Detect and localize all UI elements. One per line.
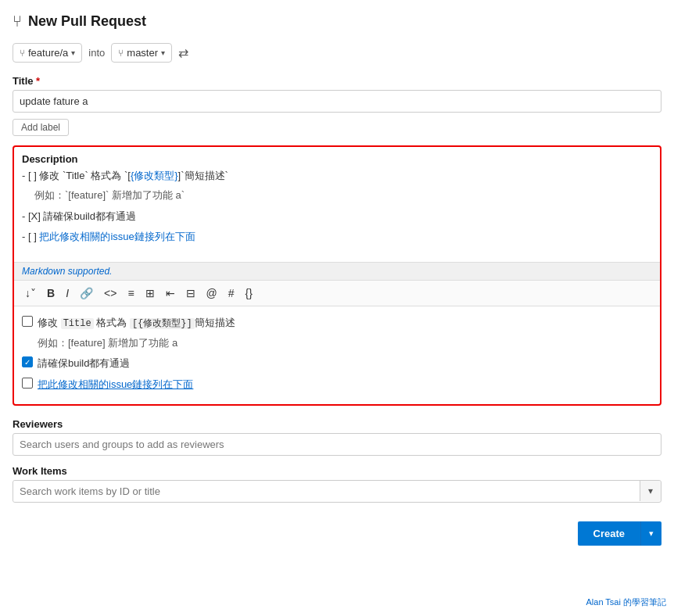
description-preview: 修改 Title 格式為 [{修改類型}]簡短描述 例如：[feature] 新… — [14, 306, 660, 404]
branch-row: ⑂ feature/a ▾ into ⑂ master ▾ ⇄ — [13, 43, 661, 63]
desc-line-1: - [ ] 修改 `Title` 格式為 `[{修改類型}]`簡短描述` — [22, 168, 652, 184]
desc-line-1-indent: 例如：`[feature]` 新增加了功能 a` — [22, 188, 652, 204]
branch-icon-source: ⑂ — [20, 48, 25, 59]
required-indicator: * — [34, 75, 41, 87]
work-items-input[interactable] — [13, 481, 640, 502]
toolbar-template-btn[interactable]: {} — [242, 285, 256, 301]
toolbar-code-btn[interactable]: <> — [101, 285, 120, 301]
desc-line-3: - [ ] 把此修改相關的issue鏈接列在下面 — [22, 229, 652, 245]
toolbar-ordered-list-btn[interactable]: ⊞ — [142, 285, 158, 301]
source-branch-label: feature/a — [28, 47, 68, 59]
add-label-button[interactable]: Add label — [13, 119, 69, 136]
toolbar-mention-btn[interactable]: @ — [203, 285, 220, 301]
swap-branches-icon[interactable]: ⇄ — [178, 45, 188, 60]
preview-checkbox-1[interactable] — [22, 316, 33, 327]
pull-request-icon: ⑂ — [13, 13, 22, 30]
target-branch-chevron: ▾ — [161, 48, 165, 57]
toolbar-table-btn[interactable]: ⊟ — [183, 285, 199, 301]
preview-checkbox-3[interactable] — [22, 378, 33, 389]
watermark: Alan Tsai 的學習筆記 — [586, 596, 667, 608]
description-section: Description - [ ] 修改 `Title` 格式為 `[{修改類型… — [13, 145, 661, 406]
page-header: ⑂ New Pull Request — [13, 13, 661, 30]
toolbar-link-btn[interactable]: 🔗 — [77, 285, 96, 301]
toolbar-bold-btn[interactable]: B — [44, 285, 58, 301]
reviewers-section: Reviewers — [13, 418, 661, 456]
target-branch-label: master — [127, 47, 158, 59]
work-items-section: Work Items ▾ — [13, 465, 661, 503]
preview-item-1: 修改 Title 格式為 [{修改類型}]簡短描述 — [22, 314, 652, 331]
markdown-note: Markdown supported. — [14, 262, 660, 280]
work-items-input-row: ▾ — [13, 480, 661, 503]
work-items-dropdown-btn[interactable]: ▾ — [640, 481, 661, 501]
toolbar-heading-btn[interactable]: ↓˅ — [22, 285, 39, 301]
create-button[interactable]: Create — [578, 521, 640, 546]
branch-icon-target: ⑂ — [118, 48, 124, 59]
desc-line-2: - [X] 請確保build都有通過 — [22, 209, 652, 225]
toolbar-indent-btn[interactable]: ⇤ — [163, 285, 178, 301]
create-btn-group: Create ▾ — [578, 521, 661, 546]
source-branch-chevron: ▾ — [71, 48, 75, 57]
description-text-area[interactable]: - [ ] 修改 `Title` 格式為 `[{修改類型}]`簡短描述` 例如：… — [14, 168, 660, 262]
preview-item-3: 把此修改相關的issue鏈接列在下面 — [22, 376, 652, 393]
toolbar-hash-btn[interactable]: # — [225, 285, 238, 301]
toolbar-italic-btn[interactable]: I — [63, 285, 72, 301]
footer: Create ▾ — [13, 521, 661, 546]
preview-checkbox-2[interactable] — [22, 356, 33, 367]
toolbar-list-btn[interactable]: ≡ — [124, 285, 137, 301]
preview-text-2: 請確保build都有通過 — [38, 355, 652, 372]
into-label: into — [88, 47, 105, 59]
target-branch-button[interactable]: ⑂ master ▾ — [111, 43, 172, 63]
preview-text-1: 修改 Title 格式為 [{修改類型}]簡短描述 — [38, 314, 652, 331]
description-toolbar: ↓˅ B I 🔗 <> ≡ ⊞ ⇤ ⊟ @ # {} — [14, 280, 660, 306]
reviewers-label: Reviewers — [13, 418, 661, 430]
title-input[interactable] — [13, 90, 661, 113]
reviewers-input[interactable] — [13, 433, 661, 456]
preview-item-2: 請確保build都有通過 — [22, 355, 652, 372]
create-dropdown-button[interactable]: ▾ — [640, 521, 661, 546]
title-field-label: Title * — [13, 75, 661, 87]
page-title: New Pull Request — [28, 13, 146, 30]
source-branch-button[interactable]: ⑂ feature/a ▾ — [13, 43, 82, 63]
description-label: Description — [14, 147, 660, 168]
work-items-label: Work Items — [13, 465, 661, 477]
preview-indent-1: 例如：[feature] 新增加了功能 a — [22, 335, 652, 352]
preview-text-3: 把此修改相關的issue鏈接列在下面 — [38, 376, 652, 393]
